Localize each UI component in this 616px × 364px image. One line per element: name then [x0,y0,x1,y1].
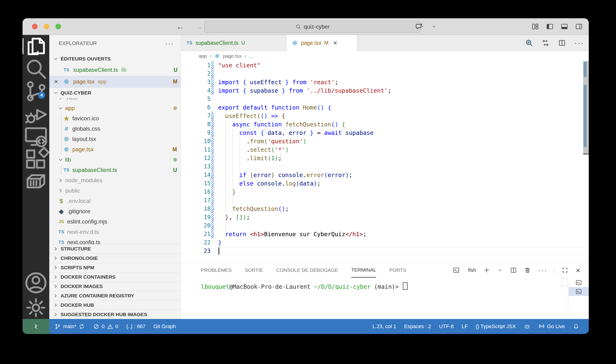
code-line-9[interactable]: 9 const { data, error } = await supabase [181,129,583,137]
tree-item-.next[interactable]: .next [49,98,181,103]
status-cursor-position[interactable]: L 23, col 1 [372,324,396,329]
section-azure-container-registry[interactable]: AZURE CONTAINER REGISTRY [49,291,181,300]
kill-terminal-icon[interactable] [524,267,531,274]
status-go-live[interactable]: Go Live [538,323,565,330]
status-copilot[interactable] [524,323,530,330]
tree-item-next.config.ts[interactable]: TSnext.config.ts [49,237,181,244]
tree-item-lib[interactable]: lib [49,155,181,165]
terminal-dropdown-icon[interactable] [497,267,503,273]
close-icon[interactable]: × [333,39,337,47]
activity-run-debug[interactable] [23,103,49,125]
section-docker-images[interactable]: DOCKER IMAGES [49,282,181,291]
tree-item-favicon.ico[interactable]: ★favicon.ico [49,113,181,124]
section-chronologie[interactable]: CHRONOLOGIE [49,254,181,263]
activity-extensions[interactable] [23,147,49,170]
chevron-down-icon[interactable] [431,24,437,29]
code-line-19[interactable]: 19 }, []); [181,213,583,221]
code-line-4[interactable]: 4import { supabase } from '../lib/supaba… [181,86,583,95]
code-line-18[interactable]: 18 fetchQuestion(); [181,205,583,213]
tree-item-public[interactable]: public [49,185,181,196]
forward-arrow-icon[interactable]: → [195,22,203,31]
tree-item-layout.tsx[interactable]: layout.tsx [49,134,181,144]
breadcrumb-folder[interactable]: app [199,53,207,59]
code-line-5[interactable]: 5 [181,95,583,103]
terminal-output[interactable]: lbouquet@MacBook-Pro-de-Laurent ~/D/D/qu… [201,282,408,290]
close-panel-icon[interactable]: × [576,266,580,275]
tree-item-app[interactable]: app [49,103,181,113]
split-editor-icon[interactable] [558,39,566,47]
panel-tab-problèmes[interactable]: PROBLÈMES [201,263,232,278]
toggle-secondary-sidebar-icon[interactable] [575,23,583,30]
code-line-14[interactable]: 14 if (error) console.error(error); [181,171,583,179]
section-suggested-docker-hub-images[interactable]: SUGGESTED DOCKER HUB IMAGES [49,310,181,319]
code-editor[interactable]: 1"use client"23import { useEffect } from… [181,61,589,262]
editor-more-actions-icon[interactable]: ··· [575,39,584,47]
code-line-7[interactable]: 7 useEffect(() => { [181,112,583,120]
code-line-20[interactable]: 20 [181,221,583,230]
panel-more-actions-icon[interactable]: ··· [538,266,547,274]
open-editor-supabaseClient.ts[interactable]: TSsupabaseClient.tslibU [49,64,181,76]
tree-item-.env.local[interactable]: $.env.local [49,196,181,206]
code-line-17[interactable]: 17 [181,196,583,205]
remote-indicator[interactable] [23,319,49,334]
tree-item-supabaseClient.ts[interactable]: TSsupabaseClient.tsU [49,165,181,175]
activity-remote-explorer[interactable] [23,125,49,147]
status-language-mode[interactable]: {} TypeScript JSX [476,324,516,329]
code-line-13[interactable]: 13 [181,162,583,171]
project-root-header[interactable]: QUIZ-CYBER [49,88,181,98]
open-editors-header[interactable]: ÉDITEURS OUVERTS [49,54,181,64]
activity-settings[interactable] [23,297,49,319]
tree-item-node_modules[interactable]: node_modules [49,175,181,185]
code-line-10[interactable]: 10 .from('question') [181,137,583,145]
panel-tab-terminal[interactable]: TERMINAL [351,263,376,278]
section-docker-containers[interactable]: DOCKER CONTAINERS [49,272,181,282]
close-window-button[interactable] [32,24,38,29]
react-devtools-icon[interactable] [525,39,533,47]
section-scripts-npm[interactable]: SCRIPTS NPM [49,263,181,272]
code-line-3[interactable]: 3import { useEffect } from 'react'; [181,78,583,86]
status-indentation[interactable]: Espaces : 2 [404,324,431,329]
new-terminal-icon[interactable] [483,267,490,274]
minimize-window-button[interactable] [44,24,49,29]
panel-tab-console-de-débogage[interactable]: CONSOLE DE DÉBOGAGE [276,263,338,278]
back-arrow-icon[interactable]: ← [176,22,184,31]
code-line-2[interactable]: 2 [181,69,583,78]
split-terminal-icon[interactable] [510,267,517,274]
activity-search[interactable] [23,57,49,80]
status-git-graph[interactable]: Git Graph [153,324,176,329]
activity-docker[interactable] [23,170,49,193]
tree-item-.gitignore[interactable]: ◆.gitignore [49,206,181,217]
code-line-16[interactable]: 16 } [181,188,583,196]
activity-source-control[interactable]: 4 [23,80,49,103]
section-docker-hub[interactable]: DOCKER HUB [49,300,181,310]
code-line-6[interactable]: 6export default function Home() { [181,103,583,112]
breadcrumb-file[interactable]: page.tsx [223,53,241,59]
code-line-8[interactable]: 8 async function fetchQuestion() { [181,120,583,129]
terminal-list-scrollbar[interactable] [561,278,568,286]
status-encoding[interactable]: UTF-8 [439,324,453,329]
maximize-panel-icon[interactable] [561,267,569,274]
status-branch[interactable]: main* [55,323,85,330]
customize-layout-icon[interactable] [532,23,539,30]
open-changes-icon[interactable] [542,39,549,47]
activity-accounts[interactable] [23,272,49,294]
terminal-instance-1[interactable] [569,278,589,287]
command-center-search[interactable]: quiz-cyber [204,21,421,33]
section-structure[interactable]: STRUCTURE [49,244,181,254]
status-eol[interactable]: LF [462,324,468,329]
status-notifications[interactable] [573,323,579,330]
tab-page.tsx[interactable]: page.tsxM× [287,35,357,51]
status-json-status[interactable]: {..} : 667 [126,324,146,329]
status-diagnostics[interactable]: 00 [93,323,118,330]
code-line-12[interactable]: 12 .limit(1); [181,154,583,162]
tree-item-next-env.d.ts[interactable]: TSnext-env.d.ts [49,227,181,237]
toggle-sidebar-icon[interactable] [546,23,554,30]
terminal-instance-2[interactable] [569,287,589,296]
panel-tab-ports[interactable]: PORTS [389,263,406,278]
copilot-chat-icon[interactable] [415,22,424,31]
close-icon[interactable]: × [49,78,63,85]
tree-item-globals.css[interactable]: #globals.css [49,124,181,134]
open-editor-page.tsx[interactable]: ×page.tsxappM [49,76,181,88]
tree-item-page.tsx[interactable]: page.tsxM [49,144,181,155]
code-line-1[interactable]: 1"use client" [181,61,583,69]
